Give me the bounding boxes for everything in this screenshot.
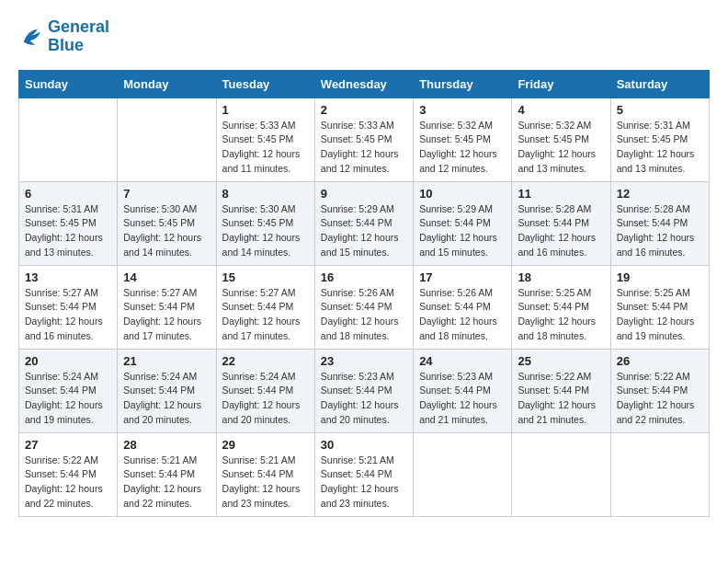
calendar-week-row: 6Sunrise: 5:31 AM Sunset: 5:45 PM Daylig… xyxy=(19,181,710,265)
day-info: Sunrise: 5:25 AM Sunset: 5:44 PM Dayligh… xyxy=(617,286,703,344)
day-number: 7 xyxy=(123,187,210,201)
day-info: Sunrise: 5:28 AM Sunset: 5:44 PM Dayligh… xyxy=(617,202,703,260)
day-info: Sunrise: 5:27 AM Sunset: 5:44 PM Dayligh… xyxy=(222,286,309,344)
calendar-cell: 3Sunrise: 5:32 AM Sunset: 5:45 PM Daylig… xyxy=(414,98,512,181)
day-number: 14 xyxy=(123,270,210,284)
calendar-cell xyxy=(19,98,118,181)
calendar-day-header: Tuesday xyxy=(216,70,314,98)
day-info: Sunrise: 5:33 AM Sunset: 5:45 PM Dayligh… xyxy=(321,119,407,177)
calendar-cell: 19Sunrise: 5:25 AM Sunset: 5:44 PM Dayli… xyxy=(610,265,709,349)
calendar-cell: 27Sunrise: 5:22 AM Sunset: 5:44 PM Dayli… xyxy=(19,432,118,516)
day-number: 15 xyxy=(222,270,309,284)
calendar-cell: 7Sunrise: 5:30 AM Sunset: 5:45 PM Daylig… xyxy=(118,181,216,265)
day-number: 9 xyxy=(321,187,407,201)
day-info: Sunrise: 5:23 AM Sunset: 5:44 PM Dayligh… xyxy=(321,370,407,428)
calendar-cell: 30Sunrise: 5:21 AM Sunset: 5:44 PM Dayli… xyxy=(314,432,413,516)
calendar-cell: 11Sunrise: 5:28 AM Sunset: 5:44 PM Dayli… xyxy=(512,181,610,265)
day-number: 12 xyxy=(617,187,703,201)
calendar-cell xyxy=(414,432,512,516)
day-info: Sunrise: 5:24 AM Sunset: 5:44 PM Dayligh… xyxy=(123,370,210,428)
day-info: Sunrise: 5:30 AM Sunset: 5:45 PM Dayligh… xyxy=(222,202,309,260)
day-number: 1 xyxy=(222,103,309,117)
calendar-cell: 6Sunrise: 5:31 AM Sunset: 5:45 PM Daylig… xyxy=(19,181,118,265)
day-number: 4 xyxy=(518,103,604,117)
day-number: 21 xyxy=(123,354,210,368)
day-number: 8 xyxy=(222,187,309,201)
day-info: Sunrise: 5:27 AM Sunset: 5:44 PM Dayligh… xyxy=(25,286,111,344)
calendar-cell: 2Sunrise: 5:33 AM Sunset: 5:45 PM Daylig… xyxy=(314,98,413,181)
calendar-cell: 9Sunrise: 5:29 AM Sunset: 5:44 PM Daylig… xyxy=(314,181,413,265)
calendar-cell: 23Sunrise: 5:23 AM Sunset: 5:44 PM Dayli… xyxy=(314,349,413,432)
day-info: Sunrise: 5:32 AM Sunset: 5:45 PM Dayligh… xyxy=(518,119,604,177)
day-number: 18 xyxy=(518,270,604,284)
calendar-cell: 14Sunrise: 5:27 AM Sunset: 5:44 PM Dayli… xyxy=(118,265,216,349)
logo: General Blue xyxy=(18,18,109,55)
day-number: 28 xyxy=(123,438,210,452)
calendar-day-header: Wednesday xyxy=(314,70,413,98)
calendar-cell: 10Sunrise: 5:29 AM Sunset: 5:44 PM Dayli… xyxy=(414,181,512,265)
day-info: Sunrise: 5:21 AM Sunset: 5:44 PM Dayligh… xyxy=(321,454,407,511)
day-number: 17 xyxy=(419,270,506,284)
calendar-cell: 18Sunrise: 5:25 AM Sunset: 5:44 PM Dayli… xyxy=(512,265,610,349)
calendar-cell: 8Sunrise: 5:30 AM Sunset: 5:45 PM Daylig… xyxy=(216,181,314,265)
calendar-cell: 1Sunrise: 5:33 AM Sunset: 5:45 PM Daylig… xyxy=(216,98,314,181)
day-info: Sunrise: 5:26 AM Sunset: 5:44 PM Dayligh… xyxy=(321,286,407,344)
day-info: Sunrise: 5:23 AM Sunset: 5:44 PM Dayligh… xyxy=(419,370,506,428)
calendar-day-header: Saturday xyxy=(610,70,709,98)
day-number: 26 xyxy=(617,354,703,368)
calendar-table: SundayMondayTuesdayWednesdayThursdayFrid… xyxy=(18,70,710,517)
day-number: 5 xyxy=(617,103,703,117)
calendar-week-row: 13Sunrise: 5:27 AM Sunset: 5:44 PM Dayli… xyxy=(19,265,710,349)
day-info: Sunrise: 5:32 AM Sunset: 5:45 PM Dayligh… xyxy=(419,119,506,177)
calendar-cell: 24Sunrise: 5:23 AM Sunset: 5:44 PM Dayli… xyxy=(414,349,512,432)
calendar-day-header: Friday xyxy=(512,70,610,98)
day-number: 10 xyxy=(419,187,506,201)
day-info: Sunrise: 5:21 AM Sunset: 5:44 PM Dayligh… xyxy=(222,454,309,511)
day-number: 23 xyxy=(321,354,407,368)
calendar-cell xyxy=(118,98,216,181)
calendar-header-row: SundayMondayTuesdayWednesdayThursdayFrid… xyxy=(19,70,710,98)
logo-text-line1: General xyxy=(48,18,109,37)
calendar-cell xyxy=(512,432,610,516)
logo-icon xyxy=(18,24,44,50)
day-info: Sunrise: 5:25 AM Sunset: 5:44 PM Dayligh… xyxy=(518,286,604,344)
day-number: 19 xyxy=(617,270,703,284)
calendar-cell: 22Sunrise: 5:24 AM Sunset: 5:44 PM Dayli… xyxy=(216,349,314,432)
calendar-week-row: 1Sunrise: 5:33 AM Sunset: 5:45 PM Daylig… xyxy=(19,98,710,181)
calendar-day-header: Thursday xyxy=(414,70,512,98)
day-info: Sunrise: 5:29 AM Sunset: 5:44 PM Dayligh… xyxy=(419,202,506,260)
day-info: Sunrise: 5:31 AM Sunset: 5:45 PM Dayligh… xyxy=(617,119,703,177)
day-number: 2 xyxy=(321,103,407,117)
day-info: Sunrise: 5:31 AM Sunset: 5:45 PM Dayligh… xyxy=(25,202,111,260)
calendar-cell: 26Sunrise: 5:22 AM Sunset: 5:44 PM Dayli… xyxy=(610,349,709,432)
calendar-day-header: Monday xyxy=(118,70,216,98)
day-number: 6 xyxy=(25,187,111,201)
logo-text-line2: Blue xyxy=(48,37,109,55)
calendar-cell: 5Sunrise: 5:31 AM Sunset: 5:45 PM Daylig… xyxy=(610,98,709,181)
day-number: 22 xyxy=(222,354,309,368)
calendar-cell: 15Sunrise: 5:27 AM Sunset: 5:44 PM Dayli… xyxy=(216,265,314,349)
calendar-week-row: 20Sunrise: 5:24 AM Sunset: 5:44 PM Dayli… xyxy=(19,349,710,432)
day-info: Sunrise: 5:22 AM Sunset: 5:44 PM Dayligh… xyxy=(617,370,703,428)
calendar-week-row: 27Sunrise: 5:22 AM Sunset: 5:44 PM Dayli… xyxy=(19,432,710,516)
day-info: Sunrise: 5:29 AM Sunset: 5:44 PM Dayligh… xyxy=(321,202,407,260)
day-info: Sunrise: 5:22 AM Sunset: 5:44 PM Dayligh… xyxy=(25,454,111,511)
day-number: 27 xyxy=(25,438,111,452)
day-info: Sunrise: 5:22 AM Sunset: 5:44 PM Dayligh… xyxy=(518,370,604,428)
day-number: 24 xyxy=(419,354,506,368)
calendar-cell: 29Sunrise: 5:21 AM Sunset: 5:44 PM Dayli… xyxy=(216,432,314,516)
day-info: Sunrise: 5:24 AM Sunset: 5:44 PM Dayligh… xyxy=(222,370,309,428)
day-info: Sunrise: 5:28 AM Sunset: 5:44 PM Dayligh… xyxy=(518,202,604,260)
day-number: 29 xyxy=(222,438,309,452)
day-number: 30 xyxy=(321,438,407,452)
day-info: Sunrise: 5:33 AM Sunset: 5:45 PM Dayligh… xyxy=(222,119,309,177)
day-number: 25 xyxy=(518,354,604,368)
calendar-day-header: Sunday xyxy=(19,70,118,98)
day-number: 20 xyxy=(25,354,111,368)
calendar-cell: 25Sunrise: 5:22 AM Sunset: 5:44 PM Dayli… xyxy=(512,349,610,432)
calendar-cell: 20Sunrise: 5:24 AM Sunset: 5:44 PM Dayli… xyxy=(19,349,118,432)
calendar-cell: 4Sunrise: 5:32 AM Sunset: 5:45 PM Daylig… xyxy=(512,98,610,181)
calendar-cell: 28Sunrise: 5:21 AM Sunset: 5:44 PM Dayli… xyxy=(118,432,216,516)
calendar-cell: 21Sunrise: 5:24 AM Sunset: 5:44 PM Dayli… xyxy=(118,349,216,432)
day-info: Sunrise: 5:24 AM Sunset: 5:44 PM Dayligh… xyxy=(25,370,111,428)
